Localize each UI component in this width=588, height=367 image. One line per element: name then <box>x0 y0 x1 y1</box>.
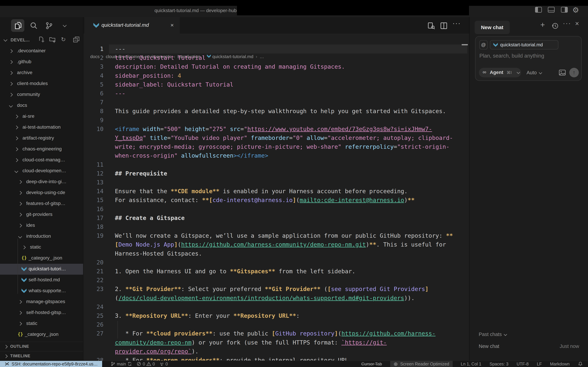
editor-line[interactable]: 5sidebar_label: Quickstart Tutorial <box>83 80 469 89</box>
editor-line[interactable]: (/docs/cloud-development-environments/in… <box>83 293 469 303</box>
editor-line[interactable]: 12## Prerequisite <box>83 169 469 178</box>
editor-line[interactable]: 26 <box>83 320 469 329</box>
tree-item-docs[interactable]: docs <box>0 100 83 111</box>
tree-item-static[interactable]: static <box>0 318 83 329</box>
remote-indicator[interactable]: SSH: documentation-repo-e5ifp9-8rzze4.us… <box>0 361 102 367</box>
editor-line[interactable]: 8This guide provides a detailed step-by-… <box>83 107 469 116</box>
source-control-icon[interactable] <box>45 21 53 30</box>
editor-line[interactable]: 10<iframe width="500" height="275" src="… <box>83 125 469 133</box>
add-context-button[interactable]: @ <box>479 40 488 50</box>
editor-line[interactable]: 4sidebar_position: 4 <box>83 71 469 80</box>
agent-mode-selector[interactable]: ∞ Agent ⌘I <box>479 68 521 77</box>
refresh-icon[interactable]: ↻ <box>61 36 66 43</box>
cursor-tab-indicator[interactable]: Cursor Tab <box>361 362 382 367</box>
tree-item-artifact-registry[interactable]: artifact-registry <box>0 133 83 144</box>
editor-line[interactable]: 20 <box>83 258 469 267</box>
chat-more-icon[interactable]: ··· <box>563 19 571 27</box>
editor-line[interactable]: 2title: Quickstart Tutorial <box>83 53 469 62</box>
editor-line[interactable]: 18 <box>83 222 469 231</box>
tree-item-.github[interactable]: .github <box>0 57 83 67</box>
encoding-indicator[interactable]: UTF-8 <box>517 362 529 367</box>
explorer-section-header[interactable]: DEVEL... ↻ <box>0 35 83 45</box>
editor-line[interactable]: 7 <box>83 98 469 107</box>
editor-line[interactable]: 16 <box>83 205 469 214</box>
editor-line[interactable]: 24 <box>83 302 469 311</box>
editor-line[interactable]: Y_txspDq" title="YouTube video player" f… <box>83 133 469 142</box>
chat-placeholder[interactable]: Plan, search, build anything <box>479 53 544 59</box>
tree-item-whats-supporte-[interactable]: whats-supporte… <box>0 285 83 296</box>
timeline-section[interactable]: TIMELINE <box>0 351 83 361</box>
editor-line[interactable]: 211. Open the Harness UI and go to **Git… <box>83 267 469 276</box>
send-button[interactable]: ↑ <box>569 68 579 77</box>
editor-line[interactable]: write; encrypted-media; gyroscope; pictu… <box>83 142 469 151</box>
editor-line[interactable]: 13 <box>83 178 469 187</box>
past-chats-toggle[interactable]: Past chats <box>479 332 506 337</box>
editor-line[interactable]: 3description: Detailed Tutorial on creat… <box>83 62 469 71</box>
editor-line[interactable]: provider.com/org/repo`). <box>83 347 469 356</box>
search-icon[interactable] <box>30 21 38 30</box>
tree-item--category-.json[interactable]: {}_category_.json <box>0 253 83 264</box>
past-chat-item[interactable]: New chat Just now <box>479 343 579 349</box>
tree-item-develop-using-cde[interactable]: develop-using-cde <box>0 187 83 198</box>
tree-item-features-of-gitsp-[interactable]: features-of-gitsp… <box>0 198 83 209</box>
tree-item-introduction[interactable]: introduction <box>0 231 83 242</box>
history-icon[interactable] <box>551 22 559 30</box>
editor-line[interactable]: 27 * For **cloud providers**: use the pu… <box>83 329 469 338</box>
tree-item-cloud-cost-manag-[interactable]: cloud-cost-manag… <box>0 155 83 166</box>
chat-input-box[interactable]: @ quickstart-tutorial.md Plan, search, b… <box>475 36 582 81</box>
indentation-indicator[interactable]: Spaces: 3 <box>489 362 508 367</box>
editor-line[interactable]: 6--- <box>83 89 469 98</box>
context-file-pill[interactable]: quickstart-tutorial.md <box>490 40 558 50</box>
chat-title-tab[interactable]: New chat <box>475 21 510 34</box>
editor-line[interactable]: 19We’ll now create a Gitspace, we’ll use… <box>83 231 469 240</box>
toggle-secondary-sidebar-icon[interactable] <box>561 7 568 13</box>
tree-item-cloud-developmen-[interactable]: cloud-developmen… <box>0 166 83 176</box>
eol-indicator[interactable]: LF <box>537 362 542 367</box>
tree-item-manage-gitspaces[interactable]: manage-gitspaces <box>0 296 83 307</box>
editor-line[interactable]: 9 <box>83 116 469 125</box>
explorer-icon[interactable] <box>14 21 22 30</box>
editor-line[interactable]: [Demo Node.js App](https://github.com/ha… <box>83 240 469 249</box>
toggle-primary-sidebar-icon[interactable] <box>535 7 542 13</box>
screen-reader-indicator[interactable]: ⊕ Screen Reader Optimized <box>390 361 453 367</box>
tree-item-ai-test-automation[interactable]: ai-test-automation <box>0 122 83 133</box>
new-file-icon[interactable] <box>38 36 45 43</box>
tree-item-static[interactable]: static <box>0 242 83 253</box>
ports-indicator[interactable]: 0 <box>159 362 168 367</box>
tree-item-ai-sre[interactable]: ai-sre <box>0 111 83 122</box>
tree-item-git-providers[interactable]: git-providers <box>0 209 83 220</box>
editor-line[interactable]: when-cross-origin" allowfullscreen></ifr… <box>83 151 469 160</box>
editor-line[interactable]: Harness-Hosted Gitspaces. <box>83 249 469 258</box>
tree-item-community[interactable]: community <box>0 89 83 100</box>
notifications-bell-icon[interactable] <box>578 361 583 367</box>
model-selector[interactable]: Auto <box>527 70 541 75</box>
explorer-collapse-chevron-icon[interactable] <box>4 38 8 42</box>
new-chat-icon[interactable]: + <box>540 20 545 29</box>
tree-item-.devcontainer[interactable]: .devcontainer <box>0 46 83 57</box>
editor-line[interactable]: 17## Create a Gitspace <box>83 214 469 223</box>
attach-image-icon[interactable] <box>559 69 566 76</box>
tree-item--category-.json[interactable]: {}_category_.json <box>0 329 83 340</box>
tree-item-quickstart-tutori-[interactable]: quickstart-tutori… <box>0 264 83 275</box>
explorer-root-label[interactable]: DEVEL... <box>11 37 30 42</box>
editor-line[interactable]: 14Ensure that the **CDE module** is enab… <box>83 187 469 196</box>
tree-item-chaos-engineering[interactable]: chaos-engineering <box>0 144 83 155</box>
chat-close-icon[interactable]: × <box>575 20 579 27</box>
git-branch-indicator[interactable]: main <box>111 362 132 367</box>
more-views-chevron-icon[interactable] <box>63 23 67 27</box>
problems-indicator[interactable]: 0 0 <box>137 362 155 367</box>
settings-gear-icon[interactable]: ⚙ <box>572 6 579 14</box>
tree-item-deep-dive-into-gi-[interactable]: deep-dive-into-gi… <box>0 176 83 187</box>
tree-item-client-modules[interactable]: client-modules <box>0 78 83 89</box>
collapse-all-icon[interactable] <box>73 36 80 43</box>
outline-section[interactable]: OUTLINE <box>0 342 83 351</box>
tree-item-self-hosted.md[interactable]: self-hosted.md <box>0 275 83 285</box>
editor-line[interactable]: 253. **Repository URL**: Enter your **Re… <box>83 311 469 320</box>
editor-line[interactable]: 15For assistance, contact: **[cde-intere… <box>83 196 469 205</box>
new-folder-icon[interactable] <box>49 36 56 43</box>
editor-line[interactable]: 22 <box>83 276 469 285</box>
editor-line[interactable]: 232. **Git Provider**: Select your prefe… <box>83 284 469 293</box>
editor-line[interactable]: 11 <box>83 160 469 169</box>
editor-line[interactable]: 1--- <box>83 44 469 53</box>
toggle-panel-icon[interactable] <box>548 7 555 13</box>
